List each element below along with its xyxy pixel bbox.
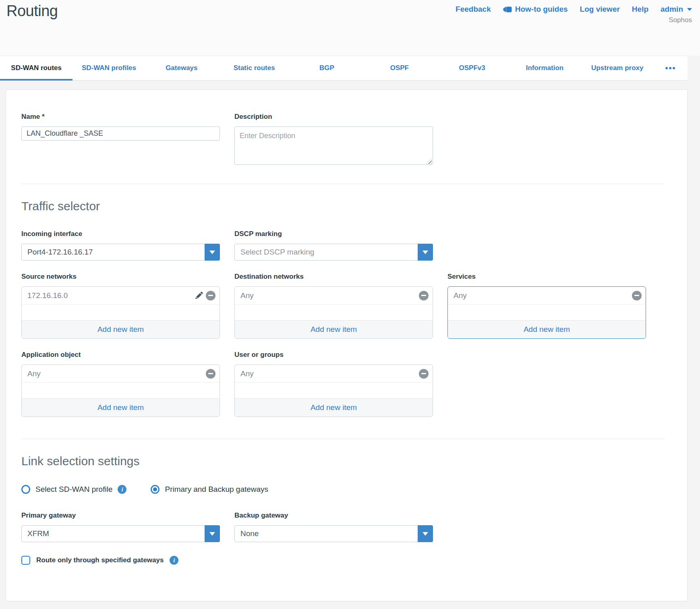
tab-upstream-proxy[interactable]: Upstream proxy [581, 56, 654, 80]
chevron-down-icon [422, 532, 428, 536]
user-or-groups-label: User or groups [234, 351, 433, 359]
user-or-groups-listbox: Any Add new item [234, 365, 433, 417]
edit-pencil-icon[interactable] [194, 291, 203, 300]
backup-gateway-label: Backup gateway [234, 512, 433, 520]
remove-item-icon[interactable] [419, 369, 429, 379]
link-selection-heading: Link selection settings [21, 454, 665, 468]
remove-item-icon[interactable] [632, 291, 642, 300]
add-new-item-button[interactable]: Add new item [235, 320, 433, 338]
dscp-marking-select[interactable]: Select DSCP marking [234, 244, 433, 261]
incoming-interface-label: Incoming interface [21, 230, 220, 238]
video-camera-icon [503, 6, 512, 12]
add-new-item-button[interactable]: Add new item [235, 398, 433, 416]
list-item: Any [235, 365, 433, 383]
description-input[interactable] [234, 126, 433, 165]
chevron-down-icon [209, 251, 215, 254]
traffic-selector-heading: Traffic selector [21, 199, 665, 213]
radio-select-sdwan-profile[interactable]: Select SD-WAN profile i [21, 485, 126, 494]
help-link[interactable]: Help [632, 5, 648, 14]
account-name: Sophos [669, 16, 692, 24]
log-viewer-link[interactable]: Log viewer [580, 5, 620, 14]
dropdown-arrow-button[interactable] [205, 244, 220, 261]
tab-bar: SD-WAN routes SD-WAN profiles Gateways S… [0, 56, 688, 81]
dscp-marking-label: DSCP marking [234, 230, 433, 238]
section-divider [21, 439, 665, 439]
radio-selected-icon[interactable] [151, 485, 159, 494]
tab-ospfv3[interactable]: OSPFv3 [436, 56, 508, 80]
add-new-item-button[interactable]: Add new item [22, 398, 220, 416]
services-listbox: Any Add new item [447, 286, 646, 339]
list-item: Any [22, 365, 220, 383]
name-input[interactable] [21, 126, 220, 141]
more-tabs-button[interactable]: ••• [654, 56, 688, 80]
list-item: Any [235, 287, 433, 304]
incoming-interface-select[interactable]: Port4-172.16.16.17 [21, 244, 220, 261]
remove-item-icon[interactable] [206, 369, 215, 379]
destination-networks-label: Destination networks [234, 273, 433, 281]
remove-item-icon[interactable] [206, 291, 215, 300]
tab-gateways[interactable]: Gateways [145, 56, 218, 80]
dropdown-arrow-button[interactable] [205, 525, 220, 542]
page-header: Routing Feedback How-to guides Log viewe… [0, 0, 700, 56]
route-only-checkbox[interactable] [21, 556, 30, 565]
source-networks-label: Source networks [21, 273, 220, 281]
dropdown-arrow-button[interactable] [418, 244, 433, 261]
chevron-down-icon [422, 251, 428, 254]
chevron-down-icon [687, 8, 692, 11]
tab-static-routes[interactable]: Static routes [218, 56, 290, 80]
tab-ospf[interactable]: OSPF [363, 56, 436, 80]
feedback-link[interactable]: Feedback [456, 5, 491, 14]
name-label: Name * [21, 113, 220, 121]
services-label: Services [447, 273, 646, 281]
list-item: Any [448, 287, 646, 304]
primary-gateway-select[interactable]: XFRM [21, 525, 220, 542]
info-icon[interactable]: i [170, 556, 178, 565]
route-only-label: Route only through specified gateways [36, 556, 164, 564]
destination-networks-listbox: Any Add new item [234, 286, 433, 339]
application-object-label: Application object [21, 351, 220, 359]
application-object-listbox: Any Add new item [21, 365, 220, 417]
page-title: Routing [6, 2, 58, 20]
backup-gateway-select[interactable]: None [234, 525, 433, 542]
remove-item-icon[interactable] [419, 291, 429, 300]
section-divider [21, 184, 665, 184]
tab-information[interactable]: Information [508, 56, 581, 80]
radio-primary-backup-gateways[interactable]: Primary and Backup gateways [151, 485, 268, 494]
tab-sdwan-profiles[interactable]: SD-WAN profiles [72, 56, 145, 80]
howto-guides-link[interactable]: How-to guides [503, 5, 568, 14]
chevron-down-icon [209, 532, 215, 536]
info-icon[interactable]: i [118, 485, 126, 494]
tab-bgp[interactable]: BGP [290, 56, 363, 80]
header-links: Feedback How-to guides Log viewer Help a… [456, 5, 692, 14]
sdwan-route-form-panel: Name * Description Traffic selector Inco… [6, 89, 688, 601]
primary-gateway-label: Primary gateway [21, 512, 220, 520]
dropdown-arrow-button[interactable] [418, 525, 433, 542]
add-new-item-button[interactable]: Add new item [22, 320, 220, 338]
tab-sdwan-routes[interactable]: SD-WAN routes [0, 56, 72, 80]
add-new-item-button[interactable]: Add new item [448, 320, 646, 338]
radio-unselected-icon[interactable] [21, 485, 30, 494]
description-label: Description [234, 113, 433, 121]
admin-menu[interactable]: admin [661, 5, 692, 14]
source-networks-listbox: 172.16.16.0 Add new item [21, 286, 220, 339]
list-item: 172.16.16.0 [22, 287, 220, 304]
